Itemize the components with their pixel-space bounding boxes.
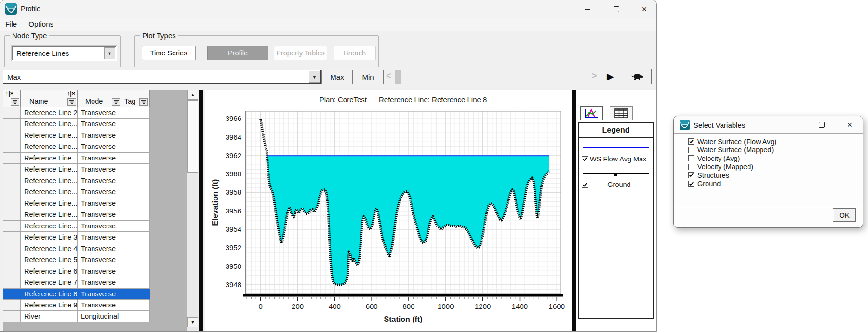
table-row[interactable]: RiverLongitudinal	[3, 311, 150, 322]
max-button[interactable]: Max	[321, 70, 352, 84]
table-row[interactable]: Reference Line 5Transverse	[3, 254, 150, 266]
filter-icon[interactable]	[139, 98, 148, 106]
min-button[interactable]: Min	[352, 70, 384, 84]
node-type-group: Node Type Reference Lines ▼	[4, 35, 121, 67]
svg-text:3948: 3948	[226, 280, 241, 289]
variable-option[interactable]: Structures	[688, 171, 776, 180]
tag-cell	[122, 311, 150, 322]
profile-button[interactable]: Profile	[207, 46, 268, 60]
checkbox-unchecked[interactable]	[688, 155, 694, 161]
table-row[interactable]: Reference Line...Transverse	[3, 130, 150, 141]
property-tables-button[interactable]: Property Tables	[274, 46, 327, 60]
mode-column-header[interactable]: Mode	[78, 90, 122, 107]
variable-option[interactable]: Ground	[688, 180, 776, 188]
minimize-button[interactable]	[576, 0, 599, 18]
menu-options[interactable]: Options	[24, 18, 58, 30]
checkbox-checked[interactable]	[688, 172, 694, 178]
play-button[interactable]: ▶	[607, 70, 614, 83]
variable-option[interactable]: Velocity (Mapped)	[688, 163, 776, 172]
filter-icon[interactable]	[67, 98, 76, 106]
reference-lines-table: ↑|× ↑|× Name Mode	[3, 90, 198, 332]
dialog-maximize-button[interactable]	[812, 116, 831, 133]
close-button[interactable]: ×	[633, 0, 655, 18]
mode-cell: Transverse	[78, 107, 122, 119]
chevron-left-icon[interactable]: <	[386, 71, 391, 81]
checkbox-unchecked[interactable]	[688, 147, 694, 153]
y-axis-label: Elevation (ft)	[211, 164, 220, 241]
tag-cell	[122, 198, 150, 209]
table-row[interactable]: Reference Line 3Transverse	[3, 232, 150, 243]
scroll-up-icon[interactable]: ▲	[187, 90, 198, 100]
table-row[interactable]: Reference Line...Transverse	[3, 198, 150, 209]
profile-chart[interactable]: 0200400600800100012001400160039483950395…	[205, 90, 572, 332]
tab-chart-view[interactable]	[580, 106, 603, 120]
node-type-combobox[interactable]: Reference Lines ▼	[12, 46, 117, 61]
name-cell: Reference Line...	[21, 153, 78, 164]
scroll-handle[interactable]	[395, 70, 401, 84]
table-row[interactable]: Reference Line...Transverse	[3, 164, 150, 175]
table-row[interactable]: Reference Line 4Transverse	[3, 243, 150, 254]
name-cell: Reference Line 8	[21, 289, 78, 300]
checkbox-checked[interactable]	[688, 138, 694, 145]
name-column-header[interactable]: ↑|× Name	[21, 90, 78, 107]
name-cell: Reference Line 9	[21, 300, 78, 311]
checkbox-checked[interactable]	[582, 182, 588, 188]
legend-item: Ground	[579, 173, 653, 188]
checkbox-checked[interactable]	[582, 156, 588, 162]
tab-table-view[interactable]	[610, 106, 633, 120]
toolbar-separator	[626, 69, 626, 84]
table-row[interactable]: Reference Line...Transverse	[3, 153, 150, 164]
variable-option[interactable]: Water Surface (Mapped)	[688, 146, 776, 155]
sort-clear-icon[interactable]: ↑|×	[5, 90, 13, 97]
node-type-value: Reference Lines	[16, 49, 69, 57]
table-row[interactable]: Reference Line 2Transverse	[3, 107, 150, 119]
tag-cell	[122, 119, 150, 130]
table-header: ↑|× ↑|× Name Mode	[3, 90, 187, 107]
table-row[interactable]: Reference Line 6Transverse	[3, 266, 150, 277]
name-cell: Reference Line 4	[21, 243, 78, 254]
name-cell: Reference Line...	[21, 209, 78, 220]
table-row[interactable]: Reference Line...Transverse	[3, 175, 150, 186]
name-cell: Reference Line...	[21, 175, 78, 186]
time-series-button[interactable]: Time Series	[142, 46, 196, 60]
tag-cell	[122, 107, 150, 119]
maximize-button[interactable]	[605, 0, 628, 18]
variable-option[interactable]: Velocity (Avg)	[688, 154, 776, 163]
profile-plot[interactable]: 0200400600800100012001400160039483950395…	[205, 90, 572, 332]
table-row-selected[interactable]: Reference Line 8Transverse	[3, 289, 150, 300]
checkbox-unchecked[interactable]	[688, 164, 694, 170]
table-row[interactable]: Reference Line...Transverse	[3, 209, 150, 220]
checkbox-checked[interactable]	[688, 181, 694, 187]
sort-clear-icon[interactable]: ↑|×	[67, 90, 75, 97]
table-row[interactable]: Reference Line...Transverse	[3, 141, 150, 152]
name-cell: Reference Line...	[21, 221, 78, 232]
chevron-down-icon[interactable]: ▼	[309, 71, 320, 83]
chevron-right-icon[interactable]: >	[592, 71, 597, 81]
filter-icon[interactable]	[11, 98, 19, 106]
table-row[interactable]: Reference Line 7Transverse	[3, 277, 150, 288]
dialog-minimize-button[interactable]	[784, 116, 803, 133]
ok-button[interactable]: OK	[833, 208, 856, 222]
table-scrollbar[interactable]: ▲ ▼	[187, 90, 198, 332]
tag-column-header[interactable]: Tag	[122, 90, 150, 107]
scroll-down-icon[interactable]: ▼	[187, 317, 198, 327]
table-row[interactable]: Reference Line...Transverse	[3, 119, 150, 130]
breach-button[interactable]: Breach	[334, 46, 376, 60]
turtle-icon[interactable]	[631, 73, 644, 82]
row-selector-cell	[3, 130, 21, 141]
dialog-close-button[interactable]: ×	[840, 116, 859, 133]
menu-file[interactable]: File	[0, 18, 22, 30]
filter-icon[interactable]	[112, 98, 120, 106]
variable-option[interactable]: Water Surface (Flow Avg)	[688, 137, 776, 146]
table-row[interactable]: Reference Line...Transverse	[3, 221, 150, 232]
row-selector-header[interactable]: ↑|×	[3, 90, 21, 107]
table-row[interactable]: Reference Line...Transverse	[3, 186, 150, 198]
chevron-down-icon[interactable]: ▼	[104, 47, 115, 59]
row-selector-cell	[3, 141, 21, 152]
scrollbar-thumb[interactable]	[187, 100, 198, 173]
table-row[interactable]: Reference Line 9Transverse	[3, 300, 150, 311]
minimize-icon	[585, 9, 590, 10]
table-icon	[614, 108, 628, 118]
profile-selector-combobox[interactable]: Max ▼	[3, 70, 321, 84]
dialog-title: Select Variables	[694, 121, 745, 129]
